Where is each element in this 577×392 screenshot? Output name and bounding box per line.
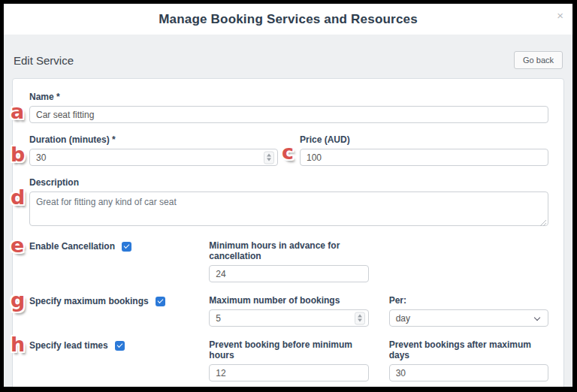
annotation-c: c [282,142,294,162]
name-label: Name * [29,92,548,102]
prevent-before-input[interactable] [209,364,368,381]
annotation-e: e [11,235,24,255]
page-title: Edit Service [14,54,74,67]
close-icon[interactable]: × [557,10,563,21]
lead-times-row: h Specify lead times Prevent booking bef… [29,339,548,381]
annotation-a: a [11,101,24,122]
price-input[interactable] [300,149,548,166]
specify-max-bookings-label: Specify maximum bookings [29,296,149,306]
max-number-label: Maximum number of bookings [209,295,368,306]
enable-cancellation-group: Enable Cancellation [29,240,189,252]
duration-input[interactable] [29,149,278,166]
prevent-before-label: Prevent booking before minimum hours [209,339,368,360]
prevent-after-label: Prevent bookings after maximum days [389,339,548,360]
description-textarea[interactable]: Great for fitting any kind of car seat [29,191,548,226]
prevent-after-input[interactable] [389,364,548,381]
annotation-d: d [11,187,25,207]
screenshot-frame: Manage Booking Services and Resources × … [0,0,577,392]
chevron-down-icon [534,315,540,321]
max-number-input[interactable] [209,309,368,327]
max-bookings-row: g Specify maximum bookings Maximum numbe… [29,295,548,327]
duration-price-row: b Duration (minutes) * c Price (AUD) [29,134,548,177]
per-select[interactable]: day [389,309,548,327]
per-select-value: day [396,313,410,324]
name-input[interactable] [29,106,548,123]
min-hours-label: Minimum hours in advance for cancellatio… [209,240,368,261]
annotation-b: b [11,144,25,164]
stepper-down-icon[interactable] [358,319,362,322]
toolbar: Edit Service Go back [4,35,572,78]
specify-lead-times-group: Specify lead times [29,339,189,351]
per-label: Per: [389,295,548,306]
prevent-after-field-group: Prevent bookings after maximum days [389,339,548,381]
min-hours-field-group: Minimum hours in advance for cancellatio… [209,240,368,282]
min-hours-input[interactable] [209,265,368,282]
specify-lead-times-checkbox[interactable] [115,341,125,351]
annotation-h: h [11,334,25,354]
specify-max-bookings-checkbox[interactable] [156,297,165,306]
enable-cancellation-checkbox[interactable] [122,242,131,252]
stepper-up-icon[interactable] [267,154,271,157]
per-field-group: Per: day [389,295,548,327]
prevent-before-field-group: Prevent booking before minimum hours [209,339,368,381]
description-field-group: d Description Great for fitting any kind… [29,177,548,229]
modal-header: Manage Booking Services and Resources × [4,4,572,35]
modal-title: Manage Booking Services and Resources [159,12,418,27]
specify-lead-times-label: Specify lead times [29,340,108,351]
manage-booking-modal: Manage Booking Services and Resources × … [4,4,572,387]
duration-label: Duration (minutes) * [29,134,278,145]
go-back-button-header[interactable]: Go back [514,51,563,69]
annotation-g: g [11,290,25,310]
stepper-up-icon[interactable] [358,315,362,318]
specify-max-bookings-group: Specify maximum bookings [29,295,189,306]
name-field-group: a Name * [29,92,548,123]
cancellation-row: e Enable Cancellation Minimum hours in a… [29,240,548,282]
enable-cancellation-label: Enable Cancellation [29,241,115,252]
duration-field-group: b Duration (minutes) * [29,134,278,166]
max-number-field-group: Maximum number of bookings [209,295,368,327]
max-number-stepper[interactable] [355,312,365,324]
description-label: Description [29,177,548,188]
edit-service-form: a Name * b Duration (minutes) * [12,78,564,387]
price-label: Price (AUD) [300,134,548,145]
price-field-group: c Price (AUD) [300,134,548,166]
duration-stepper[interactable] [264,151,274,164]
stepper-down-icon[interactable] [267,158,271,161]
